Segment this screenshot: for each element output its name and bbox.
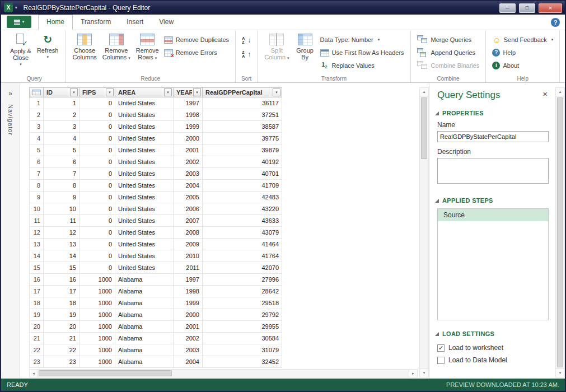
table-cell[interactable]: 0 xyxy=(79,180,115,192)
window-menu-caret-icon[interactable]: ▾ xyxy=(15,6,17,10)
remove-rows-button[interactable]: RemoveRows▾ xyxy=(133,32,162,60)
table-cell[interactable]: 3 xyxy=(44,121,79,133)
section-collapse-icon[interactable] xyxy=(435,111,439,115)
data-type-button[interactable]: Data Type: Number ▾ xyxy=(318,34,406,45)
table-cell[interactable]: 38587 xyxy=(203,121,282,133)
send-feedback-button[interactable]: ☺ Send Feedback ▾ xyxy=(490,34,555,45)
filter-dropdown-button[interactable]: ▾ xyxy=(193,88,201,96)
table-cell[interactable]: 41709 xyxy=(203,180,282,192)
table-cell[interactable]: United States xyxy=(115,227,174,239)
table-cell[interactable]: 30584 xyxy=(203,333,282,344)
table-cell[interactable]: 11 xyxy=(44,215,79,227)
table-cell[interactable]: 23 xyxy=(44,356,79,368)
load-option[interactable]: Load to Data Model xyxy=(437,354,549,366)
row-number[interactable]: 17 xyxy=(29,286,44,297)
table-cell[interactable]: 29955 xyxy=(203,321,282,333)
table-cell[interactable]: 28642 xyxy=(203,286,282,297)
table-cell[interactable]: 0 xyxy=(79,227,115,239)
table-cell[interactable]: 41464 xyxy=(203,239,282,250)
table-cell[interactable]: 1998 xyxy=(174,286,203,297)
table-cell[interactable]: 36117 xyxy=(203,97,282,109)
table-cell[interactable]: 2002 xyxy=(174,333,203,344)
table-cell[interactable]: 40192 xyxy=(203,156,282,168)
table-cell[interactable]: 1000 xyxy=(79,333,115,344)
table-cell[interactable]: 2007 xyxy=(174,215,203,227)
column-header-fips[interactable]: FIPS▾ xyxy=(79,87,115,97)
table-cell[interactable]: 32452 xyxy=(203,356,282,368)
section-collapse-icon[interactable] xyxy=(435,199,439,203)
table-cell[interactable]: 2000 xyxy=(174,133,203,144)
table-cell[interactable]: 29792 xyxy=(203,309,282,321)
scroll-down-icon[interactable]: ▼ xyxy=(420,368,428,377)
table-cell[interactable]: 15 xyxy=(44,262,79,274)
table-cell[interactable]: 2005 xyxy=(174,192,203,203)
about-button[interactable]: i About xyxy=(490,60,555,71)
scroll-left-icon[interactable]: ◄ xyxy=(30,370,38,377)
table-cell[interactable]: 1999 xyxy=(174,297,203,309)
applied-steps-section-header[interactable]: APPLIED STEPS xyxy=(437,197,549,204)
scroll-right-icon[interactable]: ► xyxy=(409,370,417,377)
table-cell[interactable]: 0 xyxy=(79,97,115,109)
section-collapse-icon[interactable] xyxy=(435,332,439,336)
row-number[interactable]: 19 xyxy=(29,309,44,321)
table-cell[interactable]: 20 xyxy=(44,321,79,333)
table-cell[interactable]: Alabama xyxy=(115,286,174,297)
table-cell[interactable]: 39775 xyxy=(203,133,282,144)
table-cell[interactable]: United States xyxy=(115,215,174,227)
tab-insert[interactable]: Insert xyxy=(119,15,151,30)
row-number[interactable]: 7 xyxy=(29,168,44,180)
filter-dropdown-button[interactable]: ▾ xyxy=(70,88,78,96)
file-menu-button[interactable]: ▾ xyxy=(7,16,31,28)
table-cell[interactable]: United States xyxy=(115,203,174,215)
table-cell[interactable]: 43633 xyxy=(203,215,282,227)
row-number[interactable]: 11 xyxy=(29,215,44,227)
tab-transform[interactable]: Transform xyxy=(73,15,119,30)
table-cell[interactable]: Alabama xyxy=(115,321,174,333)
table-cell[interactable]: 2004 xyxy=(174,356,203,368)
row-number[interactable]: 13 xyxy=(29,239,44,250)
table-cell[interactable]: 2010 xyxy=(174,250,203,262)
table-cell[interactable]: 2002 xyxy=(174,156,203,168)
table-cell[interactable]: 2004 xyxy=(174,180,203,192)
close-button[interactable]: × xyxy=(539,3,562,13)
table-cell[interactable]: Alabama xyxy=(115,309,174,321)
table-cell[interactable]: 13 xyxy=(44,239,79,250)
table-vertical-scrollbar[interactable]: ▲ ▼ xyxy=(419,83,429,379)
sort-ascending-button[interactable]: AZ ↓ xyxy=(240,35,253,46)
table-cell[interactable]: 0 xyxy=(79,250,115,262)
table-cell[interactable]: United States xyxy=(115,144,174,156)
horizontal-scrollbar[interactable]: ◄ ► xyxy=(29,369,418,377)
table-cell[interactable]: 10 xyxy=(44,203,79,215)
table-cell[interactable]: 42483 xyxy=(203,192,282,203)
table-cell[interactable]: 1000 xyxy=(79,356,115,368)
replace-values-button[interactable]: 12 Replace Values xyxy=(318,60,406,71)
table-cell[interactable]: United States xyxy=(115,168,174,180)
row-number[interactable]: 1 xyxy=(29,97,44,109)
row-number[interactable]: 2 xyxy=(29,109,44,121)
table-cell[interactable]: 37251 xyxy=(203,109,282,121)
group-by-button[interactable]: GroupBy xyxy=(292,32,318,60)
panel-vertical-scrollbar[interactable]: ▲ ▼ xyxy=(555,83,565,379)
table-cell[interactable]: United States xyxy=(115,180,174,192)
table-cell[interactable]: 2 xyxy=(44,109,79,121)
table-cell[interactable]: 1000 xyxy=(79,344,115,356)
table-cell[interactable]: United States xyxy=(115,121,174,133)
row-number[interactable]: 8 xyxy=(29,180,44,192)
table-cell[interactable]: United States xyxy=(115,133,174,144)
row-number[interactable]: 14 xyxy=(29,250,44,262)
help-circle-button[interactable]: ? xyxy=(551,18,560,27)
query-description-input[interactable] xyxy=(437,158,549,184)
table-cell[interactable]: 19 xyxy=(44,309,79,321)
table-cell[interactable]: 17 xyxy=(44,286,79,297)
table-cell[interactable]: 9 xyxy=(44,192,79,203)
table-cell[interactable]: 1000 xyxy=(79,286,115,297)
tab-home[interactable]: Home xyxy=(38,15,73,30)
table-cell[interactable]: 1000 xyxy=(79,297,115,309)
table-cell[interactable]: 16 xyxy=(44,274,79,286)
table-cell[interactable]: 43079 xyxy=(203,227,282,239)
row-number[interactable]: 21 xyxy=(29,333,44,344)
table-cell[interactable]: 14 xyxy=(44,250,79,262)
table-cell[interactable]: 29518 xyxy=(203,297,282,309)
table-cell[interactable]: 0 xyxy=(79,192,115,203)
table-cell[interactable]: 39879 xyxy=(203,144,282,156)
